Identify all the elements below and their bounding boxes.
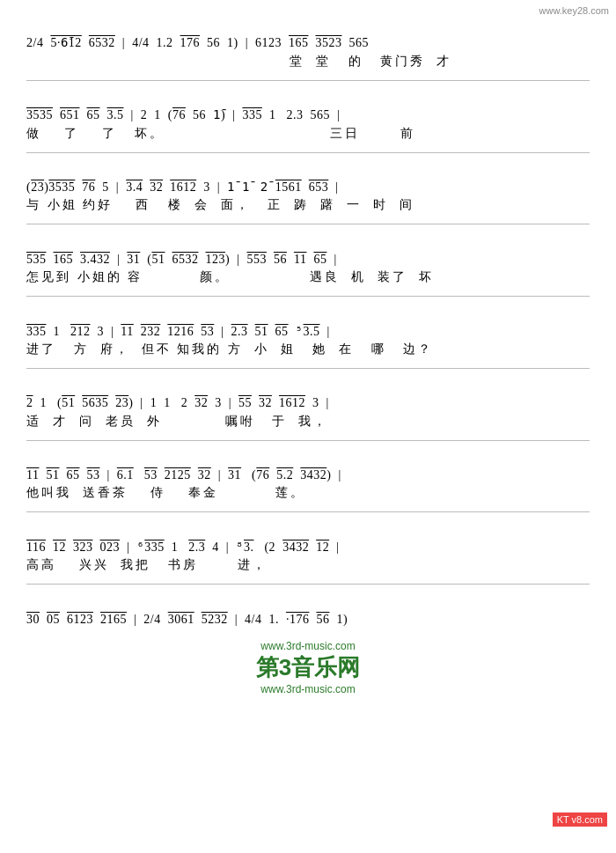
notation-6: 2 1 (51 5635 23) | 1 1 2 32 3 | 55 32 16… [26,374,590,414]
note-67: 2.3 [188,540,205,554]
divider-6 [26,440,590,441]
divider-3 [26,224,590,224]
note-21: 165 [54,253,74,266]
note-52: 65 [66,468,79,482]
note-63: 12 [53,540,66,554]
note-18: 1561 [275,180,302,194]
note-14: 76 [82,180,95,194]
time-sig-1b: 4 [37,36,44,49]
note-22: 3.4 [80,253,97,266]
note-68: 3. [244,540,254,554]
divider-2 [26,152,590,153]
note-58: 31 [228,468,241,482]
notation-5: 335 1 212 3 | 11 232 1216 53 | 2.3 51 65… [26,302,590,342]
note-56: 2125 [165,468,191,482]
notation-8: 116 12 323 023 | ⁶335 1 2.3 4 | ⁸3. (2 3… [26,518,590,557]
time-sig-1: 2 [26,36,33,49]
note-45: 23 [115,396,128,409]
watermark-url: www.3rd-music.com [26,640,590,652]
main-content: 2/4 5·6̄12 6532 | 4/4 1.2 176 56 1) | 61… [16,9,600,701]
note-35: 232 [141,325,161,338]
note-20: 535 [26,253,47,266]
lyric-3: 与 小姐 约好 西 楼 会 面， 正 踌 躇 一 时 间 [26,197,590,213]
time-sig-2b: 4 [143,36,150,49]
note-1: 5·6̄12 [50,36,81,49]
row-group-5: 335 1 212 3 | 11 232 1216 53 | 2.3 51 65… [26,302,590,357]
note-31: 65 [313,253,326,266]
divider-8 [26,584,590,585]
note-41: 3.5 [304,325,320,338]
note-4: 165 [289,36,309,49]
note-30: 11 [294,253,306,266]
note-65: 023 [99,540,120,554]
time-sig-2: 4 [132,36,139,49]
note-69: 3432 [282,540,309,554]
note-72: 05 [47,613,60,626]
note-70: 12 [316,540,329,554]
note-48: 32 [259,396,272,409]
row-group-3: (23)3535 76 5 | 3.4 32 1612 3 | 1̄ 1̄ 2̄… [26,158,590,214]
notation-2: 3535 651 65 3.5 | 2 1 (76 56 1̄) | 335 1… [26,86,590,126]
note-44: 5635 [82,396,108,409]
note-16: 32 [150,180,163,194]
watermark-chinese: 第3音乐网 [26,652,590,683]
lyric-2: 做 了 了 坏。 三日 前 [26,126,590,142]
lyric-6: 适 才 问 老员 外 嘱咐 于 我， [26,414,590,430]
note-42: 2 [26,396,33,409]
note-78: 56 [316,613,329,626]
note-11: 335 [242,108,262,121]
notation-7: 11 51 65 53 | 6.1 53 2125 32 | 31 (76 5.… [26,446,590,486]
lyric-4: 怎见到 小姐的 容 颜。 遇良 机 装了 坏 [26,269,590,285]
watermark-en: www.3rd-music.com [26,683,590,695]
note-51: 51 [46,468,59,482]
note-37: 53 [201,325,214,338]
note-26: 6532 [172,253,198,266]
note-34: 11 [121,325,133,338]
note-55: 53 [144,468,158,482]
note-23: 32 [97,253,110,266]
note-32: 335 [26,325,47,338]
note-17: 1612 [170,180,196,194]
source-label: www.key28.com [539,5,609,16]
bottom-watermark: www.3rd-music.com 第3音乐网 www.3rd-music.co… [26,640,590,695]
page: www.key28.com 2/4 5·6̄12 6532 | 4/4 1.2 … [0,0,616,853]
divider-5 [26,368,590,369]
note-10: 76 [172,108,186,121]
row-group-2: 3535 651 65 3.5 | 2 1 (76 56 1̄) | 335 1… [26,86,590,142]
row-group-8: 116 12 323 023 | ⁶335 1 2.3 4 | ⁸3. (2 3… [26,518,590,573]
notation-9: 30 05 6123 2165 | 2/4 3061 5232 | 4/4 1.… [26,590,590,629]
note-77: ·176 [286,613,310,626]
note-29: 56 [274,253,287,266]
note-47: 55 [238,396,252,409]
note-8: 65 [87,108,100,121]
note-25: 51 [151,253,165,266]
row-group-4: 535 165 3.432 | 31 (51 6532 123) | 553 5… [26,230,590,285]
note-12: 23 [31,180,44,194]
note-64: 323 [73,540,93,554]
note-19: 653 [309,180,329,194]
note-3: 176 [180,36,201,49]
row-group-6: 2 1 (51 5635 23) | 1 1 2 32 3 | 55 32 16… [26,374,590,430]
row-group-1: 2/4 5·6̄12 6532 | 4/4 1.2 176 56 1) | 61… [26,14,590,70]
note-40: 65 [275,325,289,338]
note-36: 1216 [167,325,194,338]
note-2: 6532 [89,36,115,49]
note-27: 123 [205,253,225,266]
note-60: 5.2 [276,468,293,482]
note-15: 3.4 [126,180,143,194]
note-59: 76 [256,468,269,482]
note-50: 11 [26,468,39,482]
notation-1: 2/4 5·6̄12 6532 | 4/4 1.2 176 56 1) | 61… [26,14,590,54]
lyric-8: 高高 兴兴 我把 书房 进， [26,557,590,573]
note-57: 32 [198,468,211,482]
note-46: 32 [194,396,208,409]
note-38: 2.3 [231,325,248,338]
note-28: 553 [246,253,267,266]
note-6: 3535 [26,108,53,121]
note-66: 335 [144,540,165,554]
divider-7 [26,511,590,512]
lyric-7: 他叫我 送香茶 侍 奉金 莲。 [26,485,590,501]
note-13: 3535 [48,180,75,194]
note-76: 5232 [202,613,228,626]
row-group-9: 30 05 6123 2165 | 2/4 3061 5232 | 4/4 1.… [26,590,590,629]
